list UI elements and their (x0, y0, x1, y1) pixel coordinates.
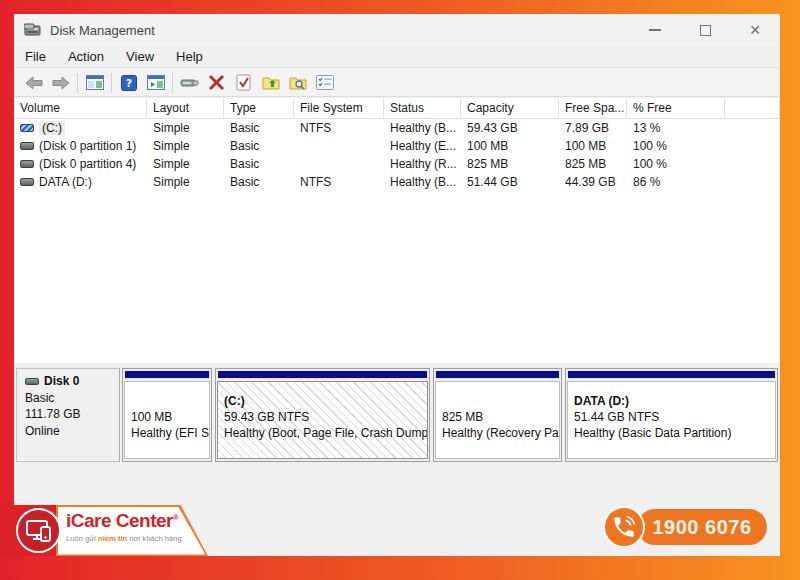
maximize-button[interactable] (680, 14, 730, 46)
table-row-partition1[interactable]: (Disk 0 partition 1) Simple Basic Health… (14, 137, 780, 155)
title-bar[interactable]: Disk Management ✕ (14, 14, 780, 46)
volume-label: DATA (D:) (39, 175, 92, 189)
volume-label: (Disk 0 partition 4) (39, 157, 136, 171)
hotline-pill: 1900 6076 (637, 509, 767, 545)
devices-icon (26, 519, 52, 543)
folder-up-button[interactable] (257, 71, 284, 95)
toolbar-separator (172, 73, 173, 93)
col-type[interactable]: Type (224, 98, 294, 118)
partition-color-band (435, 370, 560, 379)
volume-icon (20, 160, 34, 168)
back-button[interactable] (20, 71, 47, 95)
col-free-space[interactable]: Free Spa... (559, 98, 627, 118)
registered-mark: ® (173, 513, 178, 522)
partition-size: 100 MB (131, 409, 209, 425)
brand-text: iCare Center® Luôn gửi niềm tin nơi khác… (66, 510, 206, 543)
partition-size: 51.44 GB NTFS (574, 409, 775, 425)
volume-list: Volume Layout Type File System Status Ca… (14, 98, 780, 363)
col-pct-free[interactable]: % Free (627, 98, 725, 118)
rescan-button[interactable] (176, 71, 203, 95)
brand-tagline: Luôn gửi niềm tin nơi khách hàng (66, 534, 206, 543)
help-icon: ? (121, 75, 137, 91)
window-title: Disk Management (50, 23, 155, 38)
partition-color-band (217, 370, 428, 379)
branded-frame: Disk Management ✕ File Action View Help (0, 0, 800, 580)
minimize-button[interactable] (630, 14, 680, 46)
fields-button[interactable] (311, 71, 338, 95)
menu-view[interactable]: View (115, 49, 165, 64)
col-file-system[interactable]: File System (294, 98, 384, 118)
partition-efi[interactable]: 100 MB Healthy (EFI S (122, 368, 212, 462)
close-icon: ✕ (749, 22, 761, 38)
phone-icon (611, 514, 637, 540)
partition-data-d[interactable]: DATA (D:) 51.44 GB NTFS Healthy (Basic D… (565, 368, 778, 462)
toolbar: ? (14, 69, 780, 97)
partition-recovery[interactable]: 825 MB Healthy (Recovery Pa (433, 368, 562, 462)
forward-button[interactable] (47, 71, 74, 95)
menu-bar: File Action View Help (14, 46, 780, 68)
disk-type: Basic (25, 391, 119, 405)
disk-size: 111.78 GB (25, 407, 119, 421)
partition-name: DATA (D:) (574, 393, 775, 409)
partitions: 100 MB Healthy (EFI S (C:) 59.43 GB NTFS… (122, 368, 778, 462)
folder-up-icon (262, 75, 280, 91)
delete-volume-icon (209, 75, 224, 90)
partition-color-band (124, 370, 210, 379)
menu-action[interactable]: Action (57, 49, 115, 64)
disk-0-panel[interactable]: Disk 0 Basic 111.78 GB Online (16, 368, 120, 462)
partition-name: (C:) (224, 393, 427, 409)
disk-name: Disk 0 (44, 374, 79, 388)
toolbar-separator (111, 73, 112, 93)
col-volume[interactable]: Volume (14, 98, 147, 118)
toolbar-separator (77, 73, 78, 93)
disk-management-window: Disk Management ✕ File Action View Help (14, 14, 780, 556)
explore-icon (289, 75, 307, 91)
volume-icon (20, 142, 34, 150)
partition-status: Healthy (Boot, Page File, Crash Dump (224, 425, 427, 441)
svg-text:?: ? (125, 77, 131, 90)
hotline-number: 1900 6076 (652, 516, 751, 539)
col-empty (725, 98, 780, 118)
col-status[interactable]: Status (384, 98, 461, 118)
table-row-data-d[interactable]: DATA (D:) Simple Basic NTFS Healthy (B..… (14, 173, 780, 191)
volume-icon-c (20, 124, 34, 132)
partition-c[interactable]: (C:) 59.43 GB NTFS Healthy (Boot, Page F… (215, 368, 430, 462)
properties-icon (236, 74, 251, 91)
col-capacity[interactable]: Capacity (461, 98, 559, 118)
close-button[interactable]: ✕ (730, 14, 780, 46)
delete-volume-button[interactable] (203, 71, 230, 95)
brand-name: iCare Center (66, 510, 173, 531)
action-pane-button[interactable] (142, 71, 169, 95)
back-icon (24, 76, 44, 90)
forward-icon (51, 76, 71, 90)
fields-icon (316, 75, 334, 90)
explore-button[interactable] (284, 71, 311, 95)
phone-badge (603, 506, 645, 548)
disk-0-row: Disk 0 Basic 111.78 GB Online 100 MB Hea… (16, 368, 778, 462)
volume-label: (Disk 0 partition 1) (39, 139, 136, 153)
partition-status: Healthy (Recovery Pa (442, 425, 559, 441)
partition-size: 825 MB (442, 409, 559, 425)
partition-color-band (567, 370, 776, 379)
volume-icon (20, 178, 34, 186)
console-tree-button[interactable] (81, 71, 108, 95)
action-pane-icon (147, 75, 165, 90)
rescan-icon (180, 76, 200, 90)
properties-button[interactable] (230, 71, 257, 95)
menu-help[interactable]: Help (165, 49, 214, 64)
partition-size: 59.43 GB NTFS (224, 409, 427, 425)
minimize-icon (649, 29, 661, 31)
console-tree-icon (86, 75, 104, 90)
volume-list-header: Volume Layout Type File System Status Ca… (14, 98, 780, 119)
menu-file[interactable]: File (14, 49, 57, 64)
disk-management-app-icon (24, 23, 42, 37)
table-row-c[interactable]: (C:) Simple Basic NTFS Healthy (B... 59.… (14, 119, 780, 137)
disk-status: Online (25, 424, 119, 438)
disk-icon (25, 378, 39, 385)
icare-logo (16, 508, 61, 553)
partition-status: Healthy (EFI S (131, 425, 209, 441)
table-row-partition4[interactable]: (Disk 0 partition 4) Simple Basic Health… (14, 155, 780, 173)
help-button[interactable]: ? (115, 71, 142, 95)
col-layout[interactable]: Layout (147, 98, 224, 118)
partition-status: Healthy (Basic Data Partition) (574, 425, 775, 441)
